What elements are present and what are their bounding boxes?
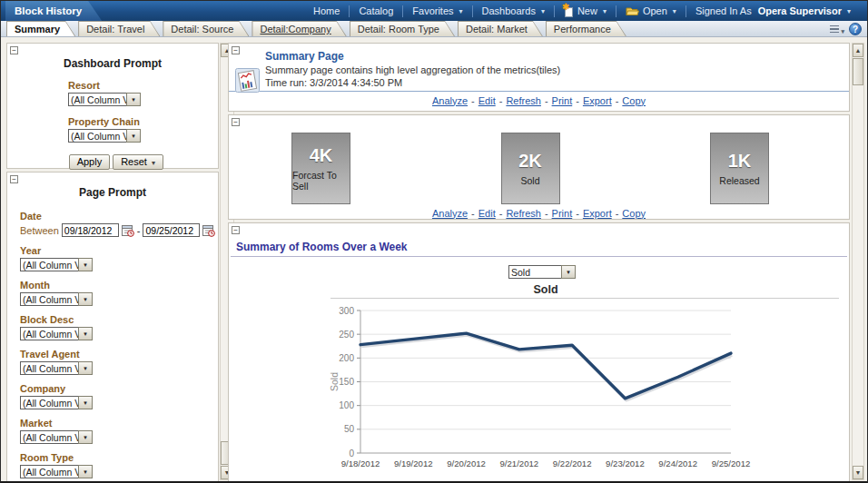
- tab-detail-company[interactable]: Detail:Company: [252, 21, 346, 36]
- caret-down-icon: ▾: [673, 7, 676, 15]
- dropdown-value: (All Column Value: [20, 465, 78, 478]
- tab-label: Detail: Travel: [79, 22, 159, 36]
- link-print[interactable]: Print: [552, 95, 573, 106]
- prompt-field-label: Month: [20, 280, 218, 291]
- content-area: − Dashboard Prompt Resort(All Column Val…: [1, 38, 867, 481]
- column-value-dropdown[interactable]: (All Column Value▾: [20, 258, 218, 271]
- nav-item-new[interactable]: ✱New▾: [555, 5, 616, 17]
- scroll-thumb[interactable]: [853, 58, 863, 85]
- tab-detail-room-type[interactable]: Detail: Room Type: [350, 21, 455, 36]
- dropdown-arrow-icon[interactable]: ▾: [78, 292, 93, 306]
- dropdown-value: (All Column Value: [20, 361, 78, 375]
- chart-line-series: [360, 333, 731, 399]
- dropdown-arrow-icon[interactable]: ▾: [78, 258, 93, 271]
- column-value-dropdown[interactable]: (All Column Value▾: [20, 430, 218, 444]
- nav-item-dashboards[interactable]: Dashboards▾: [473, 5, 554, 17]
- collapse-icon[interactable]: −: [232, 226, 240, 234]
- svg-text:100: 100: [339, 400, 354, 410]
- link-export[interactable]: Export: [583, 95, 612, 106]
- summary-page-time-run: Time run: 3/3/2014 4:34:50 PM: [265, 77, 849, 88]
- help-icon[interactable]: ?: [849, 23, 862, 35]
- nav-item-home[interactable]: Home: [304, 5, 349, 17]
- line-chart: Sold050100150200250300Sold9/18/20129/19/…: [329, 282, 849, 479]
- prompt-field-label: Room Type: [20, 452, 218, 463]
- nav-item-catalog[interactable]: Catalog: [350, 5, 402, 17]
- link-analyze[interactable]: Analyze: [432, 208, 468, 219]
- prompt-field-market: Market(All Column Value▾: [20, 418, 218, 444]
- measure-select-value: Sold: [508, 265, 561, 279]
- link-separator: -: [576, 95, 579, 106]
- link-separator: -: [616, 95, 619, 106]
- dropdown-value: (All Column Value: [20, 292, 78, 306]
- link-refresh[interactable]: Refresh: [506, 95, 541, 106]
- dashboard-prompt-title: Dashboard Prompt: [7, 57, 218, 70]
- nav-item-signed-in-as[interactable]: Signed In AsOpera Supervisor▾: [686, 5, 860, 17]
- dropdown-arrow-icon[interactable]: ▾: [561, 265, 576, 279]
- tab-summary[interactable]: Summary: [6, 21, 75, 36]
- link-analyze[interactable]: Analyze: [432, 95, 468, 106]
- dropdown-arrow-icon[interactable]: ▾: [78, 430, 93, 444]
- svg-text:9/19/2012: 9/19/2012: [394, 458, 433, 468]
- link-edit[interactable]: Edit: [478, 95, 496, 106]
- dropdown-value: (All Column Value: [20, 258, 78, 271]
- link-copy[interactable]: Copy: [622, 95, 646, 106]
- dropdown-arrow-icon[interactable]: ▾: [126, 93, 141, 106]
- scroll-up-button[interactable]: ▲: [853, 44, 863, 57]
- chart-section: − Summary of Rooms Over a Week Sold ▾ So…: [228, 222, 850, 483]
- dropdown-arrow-icon[interactable]: ▾: [78, 361, 93, 375]
- summary-page-section: − Summary Page Summary page cont: [228, 43, 850, 112]
- apply-button[interactable]: Apply: [69, 154, 111, 170]
- tab-performance[interactable]: Performance: [546, 21, 626, 36]
- collapse-icon[interactable]: −: [10, 46, 18, 54]
- dropdown-value: (All Column Value: [20, 430, 78, 444]
- collapse-icon[interactable]: −: [232, 118, 240, 126]
- link-export[interactable]: Export: [583, 208, 612, 219]
- column-value-dropdown[interactable]: (All Column Value▾: [20, 465, 218, 478]
- signed-in-user[interactable]: Opera Supervisor: [758, 5, 842, 16]
- nav-item-open[interactable]: Open▾: [616, 5, 686, 17]
- page-options-icon[interactable]: ▾: [830, 24, 843, 35]
- chart-section-heading: Summary of Rooms Over a Week: [236, 241, 842, 253]
- link-refresh[interactable]: Refresh: [506, 208, 541, 219]
- dropdown-arrow-icon[interactable]: ▾: [78, 396, 93, 409]
- column-value-dropdown[interactable]: (All Column Value▾: [20, 292, 218, 306]
- calendar-icon[interactable]: [122, 224, 134, 237]
- page-prompt-panel: − Page Prompt Date Between -: [6, 172, 219, 483]
- top-banner: Block History HomeCatalogFavorites▾Dashb…: [1, 1, 867, 21]
- column-value-dropdown[interactable]: (All Column Value▾: [68, 93, 157, 106]
- link-copy[interactable]: Copy: [622, 208, 646, 219]
- svg-text:9/22/2012: 9/22/2012: [553, 458, 592, 468]
- link-separator: -: [499, 95, 503, 106]
- dropdown-arrow-icon[interactable]: ▾: [78, 465, 93, 478]
- nav-item-favorites[interactable]: Favorites▾: [403, 5, 471, 17]
- dropdown-arrow-icon[interactable]: ▾: [126, 129, 141, 143]
- summary-page-description: Summary page contains high level aggrega…: [265, 64, 849, 75]
- dashboard-page-tab[interactable]: Block History: [5, 1, 102, 21]
- column-value-dropdown[interactable]: (All Column Value▾: [20, 361, 218, 375]
- tab-detail-travel[interactable]: Detail: Travel: [78, 21, 160, 36]
- column-value-dropdown[interactable]: (All Column Value▾: [20, 327, 218, 340]
- reset-button[interactable]: Reset ▾: [113, 154, 163, 170]
- tab-label: Detail: Market: [459, 22, 542, 36]
- dropdown-arrow-icon[interactable]: ▾: [78, 327, 93, 340]
- calendar-icon[interactable]: [202, 224, 215, 237]
- collapse-icon[interactable]: −: [232, 46, 240, 54]
- scroll-down-button[interactable]: ▼: [853, 466, 863, 479]
- link-print[interactable]: Print: [552, 208, 573, 219]
- caret-down-icon: ▾: [847, 7, 851, 15]
- date-from-input[interactable]: [62, 223, 119, 237]
- column-value-dropdown[interactable]: (All Column Value▾: [20, 396, 218, 409]
- tab-detail-market[interactable]: Detail: Market: [458, 21, 543, 36]
- column-value-dropdown[interactable]: (All Column Value▾: [68, 129, 157, 143]
- tile-value: 4K: [310, 145, 333, 166]
- measure-select[interactable]: Sold ▾: [508, 265, 849, 279]
- tile-label: Forcast To Sell: [292, 170, 350, 192]
- collapse-icon[interactable]: −: [10, 175, 18, 183]
- page-prompt-title: Page Prompt: [7, 186, 218, 199]
- link-edit[interactable]: Edit: [478, 208, 496, 219]
- right-scrollbar[interactable]: ▲ ▼: [852, 43, 864, 480]
- link-separator: -: [471, 95, 475, 106]
- tab-detail-source[interactable]: Detail: Source: [163, 21, 249, 36]
- date-to-input[interactable]: [143, 223, 200, 237]
- svg-text:9/25/2012: 9/25/2012: [712, 458, 751, 468]
